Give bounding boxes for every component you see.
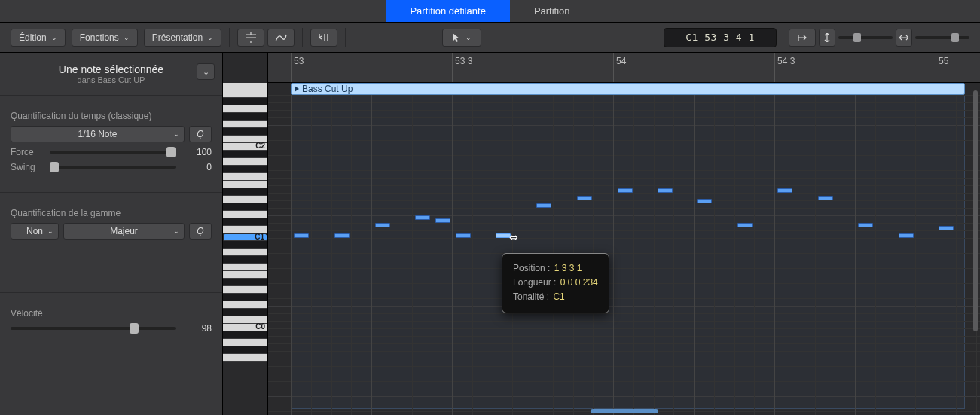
midi-note[interactable] bbox=[375, 223, 390, 227]
horizontal-zoom-icon[interactable] bbox=[896, 29, 912, 47]
piano-key[interactable] bbox=[223, 113, 267, 121]
piano-key[interactable]: C0 bbox=[223, 324, 267, 331]
chevron-down-icon: ⌄ bbox=[124, 34, 130, 41]
catch-playhead-icon[interactable] bbox=[789, 29, 816, 47]
strength-value: 100 bbox=[180, 147, 212, 157]
piano-key[interactable] bbox=[223, 264, 267, 271]
piano-key[interactable] bbox=[223, 279, 267, 286]
swing-value: 0 bbox=[180, 162, 212, 172]
midi-note[interactable] bbox=[818, 196, 833, 200]
tab-score[interactable]: Partition bbox=[510, 0, 594, 22]
tab-piano-roll[interactable]: Partition défilante bbox=[386, 0, 509, 22]
midi-note[interactable] bbox=[496, 233, 511, 238]
midi-note[interactable] bbox=[618, 188, 633, 193]
selection-subtitle: dans Bass Cut UP bbox=[0, 75, 222, 84]
region-header[interactable]: Bass Cut Up bbox=[291, 83, 965, 95]
midi-note[interactable] bbox=[737, 223, 753, 227]
midi-note[interactable] bbox=[415, 215, 430, 220]
scale-quantize-button[interactable]: Q bbox=[189, 223, 212, 240]
ruler-label: 54 bbox=[616, 56, 626, 66]
piano-key[interactable] bbox=[223, 301, 267, 309]
midi-note[interactable] bbox=[939, 226, 954, 230]
piano-key[interactable] bbox=[223, 241, 267, 249]
pointer-tool[interactable]: ⌄ bbox=[442, 29, 481, 47]
piano-key[interactable] bbox=[223, 211, 267, 218]
piano-key[interactable] bbox=[223, 166, 267, 173]
vertical-zoom-icon[interactable] bbox=[819, 29, 835, 47]
strength-label: Force bbox=[11, 147, 45, 157]
piano-key[interactable] bbox=[223, 128, 267, 136]
strength-slider[interactable] bbox=[50, 151, 176, 154]
chevron-down-icon: ⌄ bbox=[466, 34, 472, 41]
piano-key[interactable] bbox=[223, 271, 267, 279]
edit-menu[interactable]: Édition⌄ bbox=[11, 29, 66, 47]
midi-note[interactable] bbox=[334, 233, 350, 238]
piano-key[interactable]: C2 bbox=[223, 143, 267, 151]
piano-key[interactable] bbox=[223, 294, 267, 301]
toolbar: Édition⌄ Fonctions⌄ Présentation⌄ ⌄ C1 5… bbox=[0, 23, 980, 53]
piano-key[interactable] bbox=[223, 286, 267, 294]
view-menu[interactable]: Présentation⌄ bbox=[144, 29, 221, 47]
automation-curve-icon[interactable] bbox=[267, 29, 295, 47]
piano-key[interactable] bbox=[223, 181, 267, 188]
midi-note[interactable] bbox=[577, 196, 592, 200]
pointer-icon bbox=[452, 32, 461, 43]
midi-note[interactable] bbox=[697, 199, 712, 203]
midi-note[interactable] bbox=[777, 188, 792, 193]
midi-note[interactable] bbox=[456, 233, 471, 238]
vertical-zoom-slider[interactable] bbox=[838, 36, 893, 39]
midi-note[interactable] bbox=[435, 218, 450, 223]
ruler-label: 53 bbox=[294, 56, 304, 66]
piano-key[interactable] bbox=[223, 331, 267, 339]
piano-key[interactable] bbox=[223, 121, 267, 128]
piano-key[interactable] bbox=[223, 256, 267, 264]
midi-note[interactable] bbox=[658, 188, 673, 193]
midi-note[interactable] bbox=[536, 203, 551, 208]
piano-key[interactable] bbox=[223, 346, 267, 354]
region-name: Bass Cut Up bbox=[302, 84, 353, 94]
piano-key[interactable] bbox=[223, 196, 267, 203]
ruler-label: 53 3 bbox=[455, 56, 472, 66]
midi-note[interactable] bbox=[899, 233, 914, 238]
horizontal-scrollbar[interactable] bbox=[591, 409, 658, 413]
time-quantize-select[interactable]: 1/16 Note⌄ bbox=[11, 126, 185, 142]
swing-slider[interactable] bbox=[50, 166, 176, 169]
piano-key[interactable] bbox=[223, 83, 267, 90]
time-quantize-label: Quantification du temps (classique) bbox=[11, 111, 212, 121]
piano-key[interactable] bbox=[223, 188, 267, 196]
midi-in-icon[interactable] bbox=[310, 29, 337, 47]
piano-key[interactable] bbox=[223, 354, 267, 362]
piano-key[interactable] bbox=[223, 105, 267, 113]
inspector-popup-button[interactable]: ⌄ bbox=[197, 63, 215, 80]
functions-menu[interactable]: Fonctions⌄ bbox=[72, 29, 138, 47]
piano-key[interactable] bbox=[223, 151, 267, 158]
horizontal-zoom-slider[interactable] bbox=[915, 36, 969, 39]
collapse-mode-icon[interactable] bbox=[237, 29, 264, 47]
midi-note[interactable] bbox=[294, 233, 309, 238]
piano-key[interactable] bbox=[223, 309, 267, 316]
velocity-label: Vélocité bbox=[11, 308, 212, 319]
region-play-icon bbox=[295, 86, 299, 92]
piano-key[interactable] bbox=[223, 90, 267, 98]
piano-key[interactable] bbox=[223, 249, 267, 256]
selection-title: Une note sélectionnée bbox=[0, 63, 222, 75]
piano-key[interactable] bbox=[223, 98, 267, 105]
chevron-down-icon: ⌄ bbox=[51, 34, 57, 41]
velocity-slider[interactable] bbox=[11, 327, 176, 330]
midi-note[interactable] bbox=[858, 223, 873, 227]
piano-key[interactable] bbox=[223, 218, 267, 226]
bar-ruler[interactable]: 53 53 3 54 54 3 55 bbox=[268, 53, 980, 83]
piano-key[interactable] bbox=[223, 173, 267, 181]
scale-enable-select[interactable]: Non⌄ bbox=[11, 223, 59, 240]
piano-key[interactable] bbox=[223, 339, 267, 346]
piano-key[interactable] bbox=[223, 203, 267, 211]
vertical-scrollbar[interactable] bbox=[973, 90, 978, 331]
inspector-panel: Une note sélectionnée dans Bass Cut UP ⌄… bbox=[0, 53, 223, 415]
piano-key[interactable]: C1 bbox=[223, 233, 267, 241]
piano-keyboard[interactable]: C2C1C0 bbox=[223, 53, 268, 415]
quantize-button[interactable]: Q bbox=[189, 126, 212, 142]
piano-roll-grid[interactable]: 53 53 3 54 54 3 55 Bass Cut Up ⇔ Positio… bbox=[268, 53, 980, 415]
piano-key[interactable] bbox=[223, 158, 267, 166]
info-display: C1 53 3 4 1 bbox=[664, 28, 777, 47]
scale-mode-select[interactable]: Majeur⌄ bbox=[63, 223, 185, 240]
